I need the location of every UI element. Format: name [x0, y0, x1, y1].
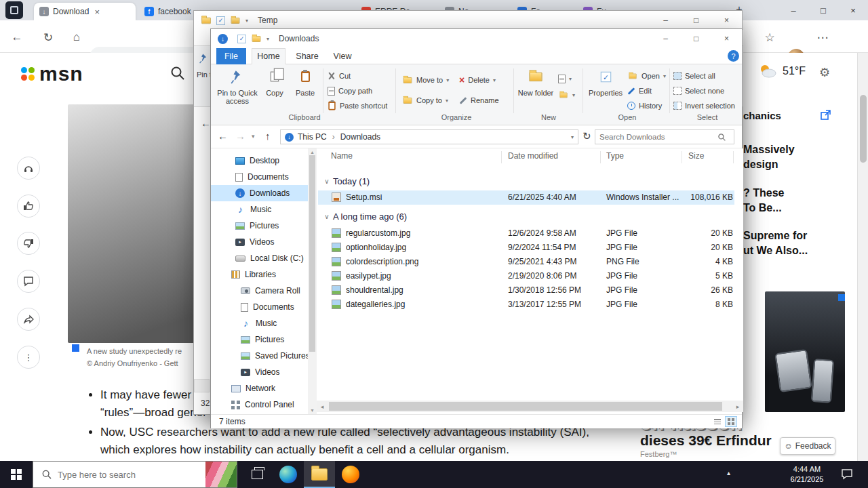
task-view-button[interactable]	[241, 461, 273, 488]
browser-tab-download[interactable]: ↓ Download ×	[34, 3, 136, 20]
rail-headline-2[interactable]: ? These To Be...	[743, 186, 784, 216]
help-button[interactable]: ?	[728, 50, 739, 62]
column-header-size[interactable]: Size	[688, 151, 704, 161]
explorer-maximize-button[interactable]: □	[681, 29, 711, 48]
browser-menu-icon[interactable]: ⋯	[814, 28, 831, 46]
ad-choices-icon[interactable]	[838, 294, 845, 301]
breadcrumb-root[interactable]: This PC	[298, 132, 327, 142]
file-row[interactable]: shouldrental.jpg 1/30/2018 12:56 PM JPG …	[318, 283, 734, 298]
browser-maximize-button[interactable]: □	[808, 0, 838, 20]
explorer-titlebar[interactable]: ↓ ✓ ▾ Downloads – □ ×	[211, 29, 742, 48]
select-all-button[interactable]: Select all	[673, 70, 715, 82]
scrollbar-thumb[interactable]	[329, 402, 722, 411]
action-center-button[interactable]	[841, 468, 853, 482]
temp-titlebar[interactable]: ✓ ▾ Temp – □ ×	[194, 11, 742, 30]
sidebar-item-downloads[interactable]: ↓Downloads	[211, 185, 317, 201]
edit-button[interactable]: Edit	[627, 85, 652, 97]
taskbar-firefox-button[interactable]	[335, 461, 366, 488]
nav-scrollbar[interactable]: ▴ ▾	[308, 148, 317, 414]
browser-close-button[interactable]: ×	[838, 0, 868, 20]
rename-button[interactable]: Rename	[459, 94, 499, 106]
taskbar-search-input[interactable]	[58, 470, 193, 480]
sidebar-item-pictures-lib[interactable]: Pictures	[211, 331, 317, 348]
collapse-chevron-icon[interactable]: ∨	[321, 178, 333, 185]
large-icons-view-button[interactable]	[725, 416, 737, 427]
temp-pin-button-fragment[interactable]: Pin to Quick access	[197, 70, 211, 79]
nav-back-icon[interactable]: ←	[218, 130, 228, 142]
paste-button[interactable]: Paste	[290, 66, 321, 114]
open-in-new-icon[interactable]	[821, 110, 831, 120]
sidebar-item-camera-roll[interactable]: Camera Roll	[211, 283, 317, 299]
file-row[interactable]: regularcustom.jpg 12/6/2024 9:58 AM JPG …	[318, 226, 734, 241]
file-row-setup-msi[interactable]: Setup.msi 6/21/2025 4:40 AM Windows Inst…	[318, 190, 734, 205]
group-header-today[interactable]: ∨ Today (1)	[317, 174, 370, 188]
tab-close-icon[interactable]: ×	[94, 7, 100, 17]
share-button[interactable]	[17, 308, 40, 331]
tab-file[interactable]: File	[216, 48, 246, 64]
sidebar-item-documents[interactable]: Documents	[211, 169, 317, 185]
scrollbar-thumb[interactable]	[860, 95, 867, 163]
qat-customize-icon[interactable]: ▾	[267, 36, 269, 42]
thumbs-up-button[interactable]	[17, 195, 40, 218]
sidebar-item-music-lib[interactable]: ♪Music	[211, 315, 317, 331]
feedback-button[interactable]: ☺ Feedback	[780, 437, 835, 455]
move-to-button[interactable]: Move to ▾	[402, 74, 449, 86]
qat-properties-icon[interactable]: ✓	[216, 16, 225, 25]
temp-back-icon[interactable]: ←	[201, 117, 211, 129]
back-icon[interactable]: ←	[8, 28, 26, 46]
qat-properties-icon[interactable]: ✓	[237, 35, 246, 43]
nav-forward-icon[interactable]: →	[235, 130, 245, 142]
rail-headline-3[interactable]: Supreme for ut We Also...	[743, 228, 808, 258]
breadcrumb-dropdown-icon[interactable]: ▾	[571, 134, 574, 140]
scrollbar-thumb[interactable]	[309, 155, 315, 352]
refresh-icon[interactable]: ↻	[39, 28, 57, 46]
temp-maximize-button[interactable]: □	[681, 11, 711, 30]
temp-minimize-button[interactable]: –	[650, 11, 681, 30]
select-none-button[interactable]: Select none	[673, 85, 724, 97]
breadcrumb[interactable]: ↓ This PC › Downloads ▾	[280, 129, 578, 144]
properties-button[interactable]: ✓ Properties	[587, 66, 625, 114]
sidebar-item-control-panel[interactable]: Control Panel	[211, 396, 317, 413]
file-row[interactable]: optionholiday.jpg 9/2/2024 11:54 PM JPG …	[318, 241, 734, 255]
column-header-date[interactable]: Date modified	[508, 151, 558, 161]
favorites-star-icon[interactable]: ☆	[761, 28, 778, 46]
browser-minimize-button[interactable]: –	[778, 0, 808, 20]
msn-logo[interactable]: msn	[20, 62, 83, 85]
home-icon[interactable]: ⌂	[68, 28, 85, 46]
rail-section-title[interactable]: chanics	[743, 110, 781, 121]
explorer-close-button[interactable]: ×	[711, 29, 742, 48]
tab-view[interactable]: View	[328, 48, 357, 64]
history-button[interactable]: History	[627, 100, 662, 112]
tray-expand-icon[interactable]: ▴	[727, 469, 730, 476]
scroll-up-icon[interactable]: ▴	[309, 149, 315, 155]
column-header-type[interactable]: Type	[606, 151, 624, 161]
horizontal-scrollbar[interactable]: ◂ ▸	[317, 401, 743, 412]
new-folder-button[interactable]: New folder	[517, 66, 554, 114]
sidebar-item-saved-pictures[interactable]: Saved Pictures	[211, 348, 317, 364]
open-button[interactable]: Open ▾	[627, 70, 666, 82]
search-icon[interactable]	[170, 65, 186, 81]
pin-to-quick-access-button[interactable]: Pin to Quick access	[216, 66, 258, 114]
sidebar-item-network[interactable]: Network	[211, 380, 317, 396]
nav-recent-icon[interactable]: ▾	[252, 133, 255, 140]
paste-shortcut-button[interactable]: Paste shortcut	[328, 100, 387, 112]
sidebar-item-desktop[interactable]: Desktop	[211, 152, 317, 169]
sidebar-item-videos-lib[interactable]: ▸Videos	[211, 364, 317, 380]
scroll-right-icon[interactable]: ▸	[732, 403, 743, 410]
sidebar-item-documents-lib[interactable]: Documents	[211, 299, 317, 315]
file-row[interactable]: dategalleries.jpg 3/13/2017 12:55 PM JPG…	[318, 298, 734, 312]
sidebar-item-libraries[interactable]: Libraries	[211, 266, 317, 283]
copy-to-button[interactable]: Copy to ▾	[402, 94, 448, 106]
taskbar-search-box[interactable]	[33, 461, 237, 488]
refresh-icon[interactable]: ↻	[583, 130, 591, 142]
file-row[interactable]: colordescription.png 9/25/2021 4:43 PM P…	[318, 255, 734, 269]
taskbar-edge-button[interactable]	[273, 461, 304, 488]
invert-selection-button[interactable]: Invert selection	[673, 100, 735, 112]
scroll-left-icon[interactable]: ◂	[317, 403, 328, 410]
easy-access-button[interactable]: ▾	[558, 89, 575, 101]
new-item-button[interactable]: ▾	[558, 73, 572, 85]
thumbs-down-button[interactable]	[17, 232, 40, 255]
copy-path-button[interactable]: Copy path	[328, 85, 372, 97]
taskbar-file-explorer-button[interactable]	[304, 461, 335, 488]
explorer-search-input[interactable]	[595, 133, 717, 141]
